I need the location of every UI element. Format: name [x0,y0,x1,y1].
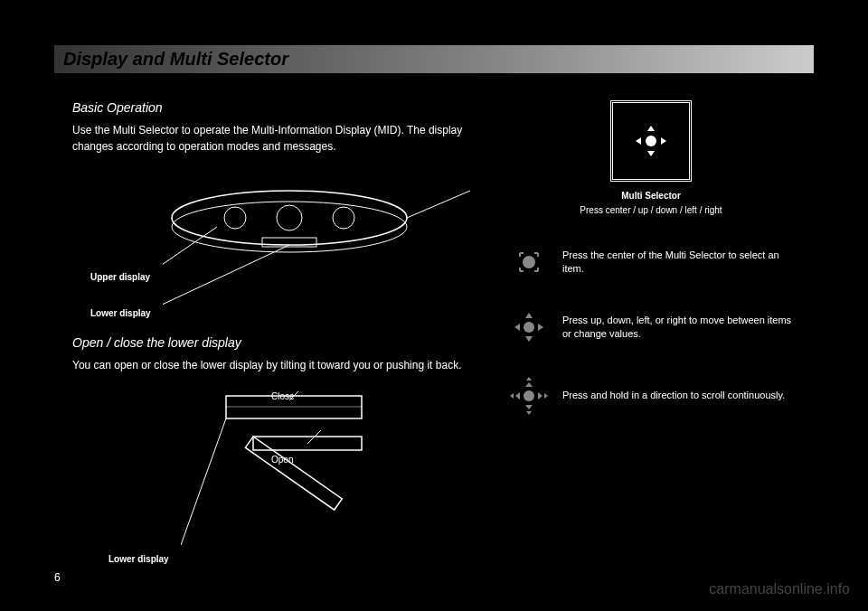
multi-selector-callout: Multi Selector Press center / up / down … [506,100,796,217]
multi-selector-icon [628,118,674,164]
press-center-icon [511,244,547,280]
section-title: Display and Multi Selector [63,49,805,70]
svg-line-6 [163,227,217,277]
multi-selector-label: Multi Selector [506,191,796,201]
svg-line-7 [163,245,289,313]
svg-line-13 [181,418,226,545]
paragraph-open-close: You can open or close the lower display … [72,357,470,373]
svg-point-4 [333,207,354,229]
press-hold-icon [507,374,551,418]
label-upper-display: Upper display [90,272,150,282]
multi-selector-action: Press center / up / down / left / right [506,204,796,217]
label-lower-display-2: Lower display [108,554,169,564]
icon-row-2: Press and hold in a direction to scroll … [506,374,796,418]
svg-point-0 [172,191,407,245]
tilt-illustration [181,391,434,554]
subtitle-basic-operation: Basic Operation [72,100,470,115]
figure-dashboard: Upper display Lower display [72,173,470,335]
icon-row-0: Press the center of the Multi Selector t… [506,244,796,280]
page-number: 6 [54,571,61,584]
svg-point-14 [646,136,656,146]
section-header: Display and Multi Selector [54,45,814,73]
watermark: carmanualsonline.info [709,581,850,597]
icon-desc-1: Press up, down, left, or right to move b… [562,314,796,342]
press-direction-icon [509,307,549,347]
figure-tilt: Close Open Lower display [72,391,470,572]
svg-point-15 [523,256,535,268]
label-lower-display: Lower display [90,308,151,318]
icon-desc-2: Press and hold in a direction to scroll … [562,389,796,402]
paragraph-basic-operation: Use the Multi Selector to operate the Mu… [72,122,470,155]
svg-point-17 [524,390,534,401]
svg-point-3 [277,205,302,230]
icon-desc-0: Press the center of the Multi Selector t… [562,249,796,277]
subtitle-open-close: Open / close the lower display [72,335,470,350]
svg-rect-12 [245,437,342,510]
svg-line-8 [407,191,470,218]
multi-selector-box [610,100,692,182]
svg-point-16 [524,322,534,333]
dashboard-illustration [163,173,506,335]
label-open: Open [271,455,293,465]
icon-row-1: Press up, down, left, or right to move b… [506,307,796,347]
svg-point-2 [224,207,246,229]
label-close: Close [271,391,295,401]
